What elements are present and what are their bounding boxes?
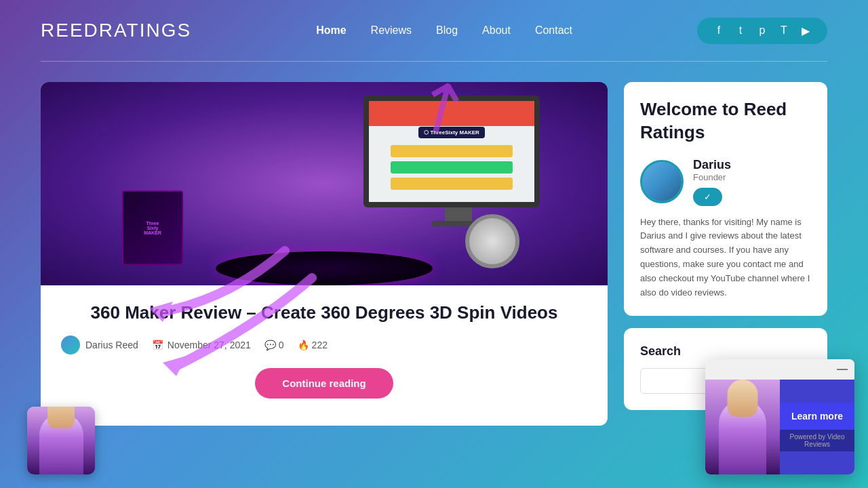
article-meta: Darius Reed 📅 November 27, 2021 💬 0 🔥 22… xyxy=(61,336,587,354)
video-cta: Learn more Powered by Video Reviews xyxy=(780,380,854,474)
nav-contact[interactable]: Contact xyxy=(535,24,572,37)
article-views: 🔥 222 xyxy=(298,340,328,350)
nav-blog[interactable]: Blog xyxy=(436,24,458,37)
welcome-card: Welcome to Reed Ratings Darius Founder ✓… xyxy=(624,82,827,316)
person-head xyxy=(728,380,758,417)
author-follow-button[interactable]: ✓ xyxy=(693,188,722,206)
youtube-icon[interactable]: ▶ xyxy=(797,24,814,37)
bottom-avatar-bg xyxy=(27,407,95,474)
platform-decoration xyxy=(216,251,433,285)
article-author: Darius Reed xyxy=(61,336,138,354)
product-box: ThreeSixtyMAKER xyxy=(122,190,183,265)
welcome-description: Hey there, thanks for visiting! My name … xyxy=(640,216,811,300)
sidebar-author-role: Founder xyxy=(693,172,731,182)
pinterest-icon[interactable]: p xyxy=(754,24,770,37)
main-nav: Home Reviews Blog About Contact xyxy=(316,24,572,37)
twitter-icon[interactable]: t xyxy=(732,24,749,37)
product-box-label: ThreeSixtyMAKER xyxy=(144,221,161,235)
bottom-person-head xyxy=(47,407,75,428)
search-title: Search xyxy=(640,344,811,359)
article-card: ⬡ ThreeSixty MAKER ThreeSixtyMAKER xyxy=(41,82,608,426)
article-comments: 💬 0 xyxy=(264,340,284,350)
screen-button-2 xyxy=(391,161,512,174)
date-text: November 27, 2021 xyxy=(167,340,251,350)
learn-more-button[interactable]: Learn more xyxy=(780,403,854,430)
nav-about[interactable]: About xyxy=(482,24,511,37)
person-body xyxy=(719,400,766,474)
video-popup: — Learn more Powered by Video Reviews xyxy=(705,359,854,474)
author-name: Darius Reed xyxy=(85,340,138,350)
video-popup-content: Learn more Powered by Video Reviews xyxy=(705,380,854,474)
monitor-decoration: ⬡ ThreeSixty MAKER xyxy=(363,96,553,231)
article-image-bg: ⬡ ThreeSixty MAKER ThreeSixtyMAKER xyxy=(41,82,608,285)
screen-logo-text: ⬡ ThreeSixty MAKER xyxy=(418,127,485,138)
bottom-left-avatar xyxy=(27,407,95,474)
powered-by-label: Powered by Video Reviews xyxy=(780,430,854,451)
article-date: 📅 November 27, 2021 xyxy=(152,340,251,350)
sidebar-author-info: Darius Founder ✓ xyxy=(693,158,731,206)
camera-decoration xyxy=(465,214,519,268)
sidebar-author-row: Darius Founder ✓ xyxy=(640,158,811,206)
avatar-image xyxy=(642,162,682,201)
check-icon: ✓ xyxy=(704,192,711,202)
sidebar-author-avatar xyxy=(640,160,684,203)
popup-close-button[interactable]: — xyxy=(837,363,848,375)
site-logo[interactable]: ReedRatings xyxy=(41,20,191,41)
calendar-icon: 📅 xyxy=(152,340,163,350)
author-avatar-small xyxy=(61,336,80,354)
header: ReedRatings Home Reviews Blog About Cont… xyxy=(0,0,868,61)
facebook-icon[interactable]: f xyxy=(711,24,727,37)
article-title: 360 Maker Review – Create 360 Degrees 3D… xyxy=(61,302,587,325)
tumblr-icon[interactable]: T xyxy=(776,24,792,37)
screen-button-3 xyxy=(391,178,512,190)
bottom-person-body xyxy=(39,413,83,474)
nav-reviews[interactable]: Reviews xyxy=(371,24,412,37)
comments-count: 0 xyxy=(279,340,284,350)
video-preview xyxy=(705,380,780,474)
views-count: 222 xyxy=(312,340,328,350)
video-person xyxy=(705,380,780,474)
continue-reading-button[interactable]: Continue reading xyxy=(255,368,393,399)
nav-home[interactable]: Home xyxy=(316,24,346,37)
social-bar: f t p T ▶ xyxy=(697,18,827,44)
welcome-title: Welcome to Reed Ratings xyxy=(640,98,811,144)
screen-button-1 xyxy=(391,145,512,157)
fire-icon: 🔥 xyxy=(298,340,309,350)
article-image: ⬡ ThreeSixty MAKER ThreeSixtyMAKER xyxy=(41,82,608,285)
video-popup-header: — xyxy=(705,359,854,380)
article-body: 360 Maker Review – Create 360 Degrees 3D… xyxy=(41,285,608,405)
comment-icon: 💬 xyxy=(264,340,276,350)
sidebar-author-name: Darius xyxy=(693,158,731,172)
monitor-screen: ⬡ ThreeSixty MAKER xyxy=(363,96,540,207)
monitor-stand xyxy=(445,207,472,221)
